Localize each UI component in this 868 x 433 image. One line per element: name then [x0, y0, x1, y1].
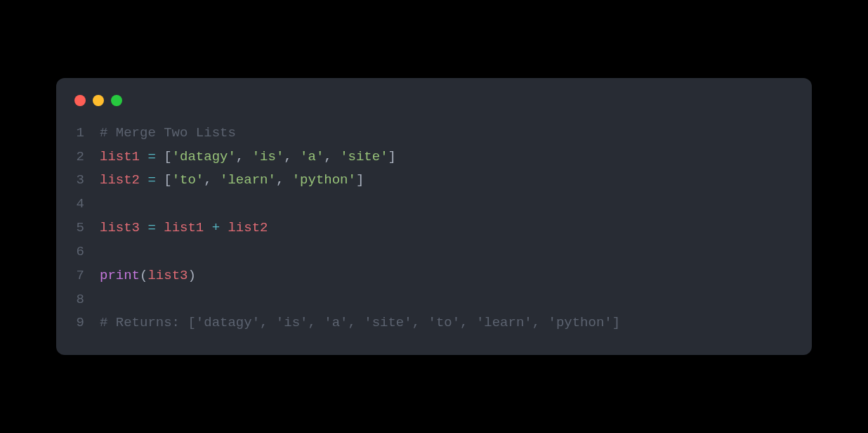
code-line: 8 — [56, 288, 812, 312]
code-token: 'datagy' — [172, 149, 236, 164]
code-line: 6 — [56, 240, 812, 264]
code-content: list1 = ['datagy', 'is', 'a', 'site'] — [100, 146, 396, 169]
code-token: ) — [188, 268, 195, 283]
code-token: ] — [356, 172, 364, 188]
line-number: 2 — [74, 146, 100, 169]
line-number: 3 — [74, 169, 100, 193]
maximize-icon[interactable] — [111, 95, 122, 106]
code-content: # Returns: ['datagy', 'is', 'a', 'site',… — [100, 311, 620, 335]
code-token: # Merge Two Lists — [100, 125, 236, 141]
code-token — [156, 172, 164, 188]
code-token: = — [147, 149, 155, 164]
line-number: 7 — [74, 264, 100, 288]
code-line: 3list2 = ['to', 'learn', 'python'] — [56, 169, 812, 193]
code-content: list2 = ['to', 'learn', 'python'] — [100, 169, 364, 193]
line-number: 9 — [74, 311, 100, 335]
code-token: # Returns: ['datagy', 'is', 'a', 'site',… — [100, 315, 620, 330]
code-token: print — [100, 268, 140, 283]
line-number: 6 — [74, 240, 100, 264]
code-line: 4 — [56, 193, 812, 216]
code-token: , — [204, 172, 220, 188]
code-token: 'to' — [172, 172, 204, 188]
code-token: = — [147, 172, 155, 188]
code-line: 2list1 = ['datagy', 'is', 'a', 'site'] — [56, 146, 812, 169]
line-number: 8 — [74, 288, 100, 312]
code-token: = — [147, 220, 155, 235]
code-token: 'a' — [300, 149, 324, 164]
code-token: list1 — [164, 220, 204, 235]
code-content: # Merge Two Lists — [100, 122, 236, 146]
code-line: 1# Merge Two Lists — [56, 122, 812, 146]
code-token: [ — [164, 172, 171, 188]
code-window: 1# Merge Two Lists2list1 = ['datagy', 'i… — [56, 78, 812, 355]
code-content: print(list3) — [100, 264, 196, 288]
code-token — [156, 149, 164, 164]
code-token: [ — [164, 149, 171, 164]
traffic-lights — [56, 95, 812, 122]
line-number: 4 — [74, 193, 100, 216]
code-token: 'is' — [252, 149, 284, 164]
code-token — [140, 220, 147, 235]
code-token: list1 — [100, 149, 140, 164]
line-number: 5 — [74, 216, 100, 240]
close-icon[interactable] — [74, 95, 86, 106]
code-token: ] — [388, 149, 396, 164]
code-token: 'learn' — [220, 172, 276, 188]
code-line: 5list3 = list1 + list2 — [56, 216, 812, 240]
code-token: list2 — [228, 220, 268, 235]
code-token: , — [324, 149, 340, 164]
code-content: list3 = list1 + list2 — [100, 216, 268, 240]
code-token: + — [212, 220, 220, 235]
code-token: list3 — [100, 220, 140, 235]
code-token — [204, 220, 211, 235]
code-token: 'python' — [292, 172, 356, 188]
code-token: list3 — [147, 268, 188, 283]
code-line: 7print(list3) — [56, 264, 812, 288]
line-number: 1 — [74, 122, 100, 146]
minimize-icon[interactable] — [93, 95, 104, 106]
code-token: 'site' — [340, 149, 388, 164]
code-token — [156, 220, 164, 235]
code-area: 1# Merge Two Lists2list1 = ['datagy', 'i… — [56, 122, 812, 335]
code-token — [140, 149, 147, 164]
code-token: ( — [140, 268, 147, 283]
code-token — [140, 172, 147, 188]
code-line: 9# Returns: ['datagy', 'is', 'a', 'site'… — [56, 311, 812, 335]
code-token: , — [236, 149, 252, 164]
code-token: , — [284, 149, 300, 164]
code-token — [220, 220, 228, 235]
code-token: , — [276, 172, 292, 188]
code-token: list2 — [100, 172, 140, 188]
